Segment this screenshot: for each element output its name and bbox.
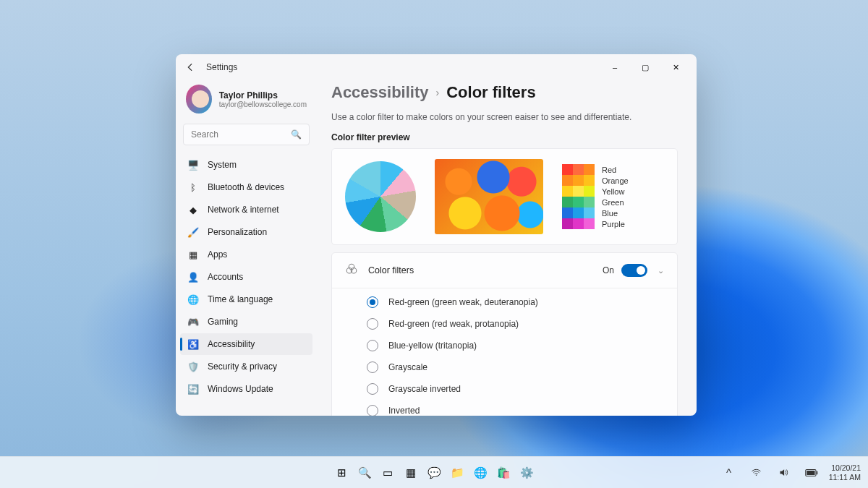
taskbar-clock[interactable]: 10/20/21 11:11 AM — [829, 463, 861, 481]
swatch-row: Green — [562, 197, 649, 207]
swatch-row: Yellow — [562, 186, 649, 197]
swatch-label: Purple — [602, 220, 625, 228]
taskbar-widgets-icon[interactable]: ▦ — [401, 463, 421, 483]
sidebar-item-personalization[interactable]: 🖌️Personalization — [180, 221, 312, 243]
search-input[interactable]: Search 🔍 — [183, 124, 310, 145]
nav-icon: 🌐 — [187, 294, 199, 305]
nav-label: Accessibility — [208, 339, 255, 349]
radio-icon — [367, 318, 378, 330]
swatch-label: Yellow — [602, 187, 624, 196]
breadcrumb: Accessibility › Color filters — [331, 83, 678, 102]
nav-label: Accounts — [208, 272, 243, 282]
color-filter-icon — [345, 262, 358, 278]
taskbar-chat-icon[interactable]: 💬 — [424, 463, 444, 483]
wifi-icon[interactable] — [746, 463, 767, 483]
sidebar-item-bluetooth-devices[interactable]: ᛒBluetooth & devices — [180, 176, 312, 198]
svg-point-3 — [756, 475, 757, 476]
back-button[interactable] — [182, 59, 199, 76]
taskbar-store-icon[interactable]: 🛍️ — [493, 463, 514, 483]
sidebar-item-windows-update[interactable]: 🔄Windows Update — [180, 378, 312, 400]
color-filter-preview: RedOrangeYellowGreenBluePurple — [331, 148, 678, 245]
chevron-right-icon: › — [436, 87, 440, 98]
radio-icon — [367, 361, 378, 373]
nav-label: Gaming — [208, 317, 238, 327]
battery-icon[interactable] — [801, 463, 822, 483]
color-filter-options: Red-green (green weak, deuteranopia)Red-… — [332, 288, 677, 416]
svg-rect-5 — [807, 471, 814, 475]
sidebar-item-system[interactable]: 🖥️System — [180, 154, 312, 176]
taskbar-task-view-icon[interactable]: ▭ — [378, 463, 398, 483]
sidebar-item-network-internet[interactable]: ◆Network & internet — [180, 199, 312, 221]
nav-label: Bluetooth & devices — [208, 182, 284, 192]
minimize-button[interactable]: – — [600, 56, 630, 78]
user-block[interactable]: Taylor Phillips taylor@bellowscollege.co… — [180, 80, 312, 122]
sample-photo-graphic — [435, 159, 543, 234]
taskbar-start-icon[interactable]: ⊞ — [331, 463, 352, 483]
sidebar-item-accounts[interactable]: 👤Accounts — [180, 266, 312, 288]
radio-label: Blue-yellow (tritanopia) — [388, 341, 477, 351]
nav-icon: 🔄 — [187, 383, 199, 395]
nav-label: Network & internet — [208, 205, 279, 215]
user-name: Taylor Phillips — [219, 90, 307, 100]
swatch-label: Orange — [602, 176, 629, 185]
color-swatches: RedOrangeYellowGreenBluePurple — [562, 164, 649, 229]
color-filters-card: Color filters On ⌄ Red-green (green weak… — [331, 252, 678, 416]
color-filter-option[interactable]: Inverted — [332, 400, 677, 416]
chevron-down-icon: ⌄ — [658, 266, 664, 275]
sidebar-item-security-privacy[interactable]: 🛡️Security & privacy — [180, 356, 312, 377]
color-filter-option[interactable]: Red-green (green weak, deuteranopia) — [332, 291, 677, 313]
settings-window: Settings – ▢ ✕ Taylor Phillips taylor@be… — [176, 54, 697, 416]
sidebar-item-time-language[interactable]: 🌐Time & language — [180, 288, 312, 310]
taskbar-search-icon[interactable]: 🔍 — [354, 463, 375, 483]
color-filters-state: On — [603, 265, 614, 275]
color-filters-toggle-row[interactable]: Color filters On ⌄ — [332, 253, 677, 288]
nav-icon: ᛒ — [187, 181, 199, 193]
taskbar-file-explorer-icon[interactable]: 📁 — [447, 463, 467, 483]
nav-label: Security & privacy — [208, 361, 277, 372]
nav-label: Time & language — [208, 294, 273, 304]
nav-label: System — [208, 160, 237, 170]
maximize-button[interactable]: ▢ — [630, 56, 660, 78]
volume-icon[interactable] — [774, 463, 794, 483]
radio-label: Inverted — [388, 406, 420, 416]
breadcrumb-parent[interactable]: Accessibility — [331, 83, 429, 102]
svg-rect-6 — [816, 471, 817, 474]
nav-icon: 🖥️ — [187, 159, 199, 171]
nav-icon: 🛡️ — [187, 361, 199, 372]
taskbar-edge-icon[interactable]: 🌐 — [470, 463, 490, 483]
color-filter-option[interactable]: Blue-yellow (tritanopia) — [332, 335, 677, 356]
radio-icon — [367, 340, 378, 351]
user-email: taylor@bellowscollege.com — [219, 100, 307, 108]
radio-label: Red-green (red weak, protanopia) — [388, 319, 519, 329]
window-title: Settings — [206, 62, 237, 72]
titlebar: Settings – ▢ ✕ — [176, 54, 697, 80]
swatch-row: Purple — [562, 218, 649, 229]
breadcrumb-current: Color filters — [446, 83, 535, 102]
color-filter-option[interactable]: Grayscale — [332, 356, 677, 378]
nav-label: Apps — [208, 249, 227, 260]
color-filters-toggle[interactable] — [621, 264, 647, 277]
nav-icon: 🖌️ — [187, 226, 199, 238]
sidebar-item-gaming[interactable]: 🎮Gaming — [180, 311, 312, 333]
sidebar: Taylor Phillips taylor@bellowscollege.co… — [176, 80, 317, 416]
close-button[interactable]: ✕ — [660, 56, 691, 78]
radio-label: Grayscale inverted — [388, 384, 461, 394]
color-filter-option[interactable]: Red-green (red weak, protanopia) — [332, 313, 677, 335]
taskbar-date: 10/20/21 — [831, 463, 861, 472]
swatch-row: Orange — [562, 175, 649, 186]
swatch-label: Green — [602, 198, 624, 207]
color-wheel-graphic — [345, 161, 416, 232]
radio-label: Red-green (green weak, deuteranopia) — [388, 297, 538, 307]
tray-chevron-icon[interactable]: ^ — [719, 463, 739, 483]
sidebar-item-apps[interactable]: ▦Apps — [180, 244, 312, 265]
color-filter-option[interactable]: Grayscale inverted — [332, 378, 677, 400]
content-pane: Accessibility › Color filters Use a colo… — [317, 80, 697, 416]
taskbar-time: 11:11 AM — [829, 473, 861, 481]
nav-icon: 🎮 — [187, 316, 199, 328]
swatch-row: Blue — [562, 207, 649, 218]
taskbar-settings-icon[interactable]: ⚙️ — [516, 463, 537, 483]
page-description: Use a color filter to make colors on you… — [331, 112, 678, 122]
sidebar-item-accessibility[interactable]: ♿Accessibility — [180, 333, 312, 355]
swatch-label: Red — [602, 166, 616, 174]
search-icon: 🔍 — [291, 129, 302, 140]
